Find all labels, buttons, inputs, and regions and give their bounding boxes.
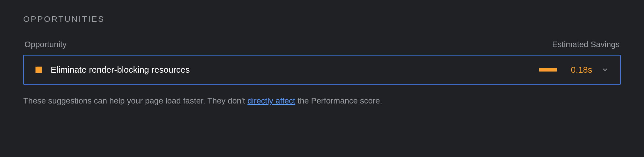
opportunity-row[interactable]: Eliminate render-blocking resources 0.18… bbox=[23, 55, 621, 85]
footer-text: These suggestions can help your page loa… bbox=[23, 95, 621, 107]
footer-prefix: These suggestions can help your page loa… bbox=[23, 96, 248, 105]
chevron-down-icon[interactable] bbox=[602, 66, 609, 73]
column-header-savings: Estimated Savings bbox=[552, 40, 620, 49]
opportunity-left: Eliminate render-blocking resources bbox=[35, 65, 190, 75]
directly-affect-link[interactable]: directly affect bbox=[248, 96, 295, 105]
opportunity-label: Eliminate render-blocking resources bbox=[51, 65, 190, 75]
footer-suffix: the Performance score. bbox=[295, 96, 382, 105]
table-header: Opportunity Estimated Savings bbox=[23, 40, 621, 49]
status-square-icon bbox=[35, 67, 42, 73]
savings-bar-icon bbox=[539, 68, 557, 72]
opportunities-section: OPPORTUNITIES Opportunity Estimated Savi… bbox=[23, 15, 621, 107]
savings-value: 0.18s bbox=[566, 65, 592, 75]
opportunity-right: 0.18s bbox=[539, 65, 609, 75]
column-header-opportunity: Opportunity bbox=[24, 40, 67, 49]
section-title: OPPORTUNITIES bbox=[23, 15, 621, 24]
